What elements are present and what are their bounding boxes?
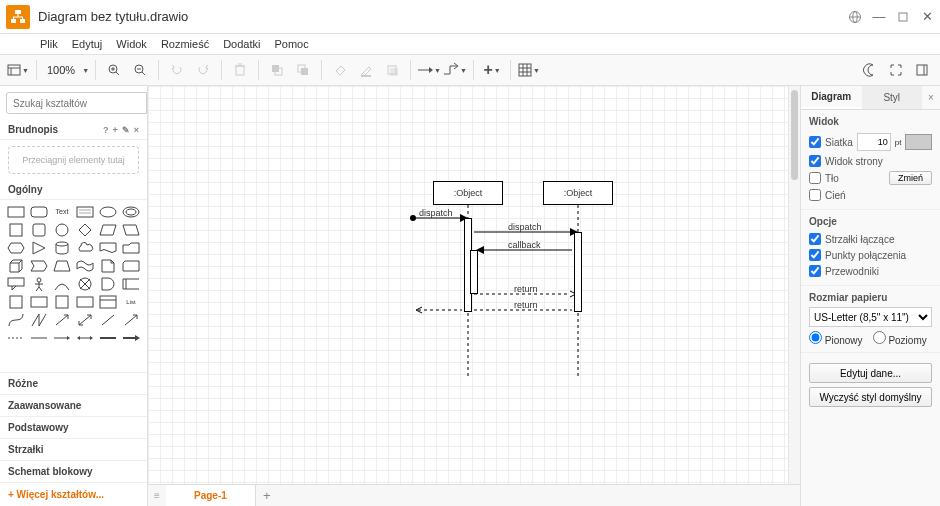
format-panel-toggle-icon[interactable] bbox=[910, 58, 934, 82]
search-shapes-input[interactable] bbox=[6, 92, 147, 114]
shape-textbox[interactable] bbox=[75, 204, 95, 219]
line-color-button[interactable] bbox=[354, 58, 378, 82]
shape-callout[interactable] bbox=[6, 276, 26, 291]
shape-line2[interactable] bbox=[121, 312, 141, 327]
grid-color-swatch[interactable] bbox=[905, 134, 932, 150]
shape-cylinder[interactable] bbox=[52, 240, 72, 255]
guides-checkbox[interactable] bbox=[809, 265, 821, 277]
category-misc[interactable]: Różne bbox=[0, 372, 147, 394]
shape-tape[interactable] bbox=[75, 258, 95, 273]
shape-rect5[interactable] bbox=[52, 294, 72, 309]
close-icon[interactable]: × bbox=[134, 125, 139, 135]
shape-step[interactable] bbox=[29, 258, 49, 273]
message-label[interactable]: return bbox=[514, 284, 538, 294]
minimize-button[interactable]: — bbox=[872, 10, 886, 24]
connection-style-button[interactable]: ▼ bbox=[417, 58, 441, 82]
category-flowchart[interactable]: Schemat blokowy bbox=[0, 460, 147, 482]
theme-toggle-icon[interactable] bbox=[858, 58, 882, 82]
shape-arrow-bi[interactable] bbox=[75, 312, 95, 327]
fill-color-button[interactable] bbox=[328, 58, 352, 82]
close-button[interactable]: ✕ bbox=[920, 10, 934, 24]
shape-trapezoid[interactable] bbox=[52, 258, 72, 273]
zoom-out-button[interactable] bbox=[128, 58, 152, 82]
background-checkbox[interactable] bbox=[809, 172, 821, 184]
shape-dash[interactable] bbox=[6, 330, 26, 345]
shape-text[interactable]: Text bbox=[52, 204, 72, 219]
zoom-in-button[interactable] bbox=[102, 58, 126, 82]
connect-arrows-checkbox[interactable] bbox=[809, 233, 821, 245]
shape-zigzag[interactable] bbox=[29, 312, 49, 327]
shape-line4[interactable] bbox=[52, 330, 72, 345]
shape-line3[interactable] bbox=[29, 330, 49, 345]
shape-or[interactable] bbox=[75, 276, 95, 291]
shape-ellipse2[interactable] bbox=[121, 204, 141, 219]
shape-list[interactable] bbox=[98, 294, 118, 309]
message-label[interactable]: callback bbox=[508, 240, 541, 250]
tab-diagram[interactable]: Diagram bbox=[801, 86, 862, 109]
orientation-landscape[interactable]: Poziomy bbox=[873, 331, 927, 346]
category-arrows[interactable]: Strzałki bbox=[0, 438, 147, 460]
shape-curve[interactable] bbox=[52, 276, 72, 291]
shadow-button[interactable] bbox=[380, 58, 404, 82]
general-section[interactable]: Ogólny bbox=[0, 180, 147, 200]
waypoint-style-button[interactable]: ▼ bbox=[443, 58, 467, 82]
more-shapes-link[interactable]: + Więcej kształtów... bbox=[0, 482, 147, 506]
shape-rect[interactable] bbox=[6, 204, 26, 219]
shape-datastore[interactable] bbox=[121, 276, 141, 291]
message-label[interactable]: return bbox=[514, 300, 538, 310]
shape-rect6[interactable] bbox=[75, 294, 95, 309]
shape-arrow-ne[interactable] bbox=[52, 312, 72, 327]
page-tab-1[interactable]: Page-1 bbox=[166, 485, 256, 506]
message-label[interactable]: dispatch bbox=[419, 208, 453, 218]
pages-menu-icon[interactable]: ≡ bbox=[148, 490, 166, 501]
grid-checkbox[interactable] bbox=[809, 136, 821, 148]
scratchpad-section[interactable]: Brudnopis ?+✎× bbox=[0, 120, 147, 140]
shape-rounded[interactable] bbox=[29, 204, 49, 219]
maximize-button[interactable] bbox=[896, 10, 910, 24]
vertical-scrollbar[interactable] bbox=[788, 86, 800, 484]
delete-button[interactable] bbox=[228, 58, 252, 82]
pageview-checkbox[interactable] bbox=[809, 155, 821, 167]
shape-cube[interactable] bbox=[6, 258, 26, 273]
view-menu-button[interactable]: ▼ bbox=[6, 58, 30, 82]
drawing-canvas[interactable]: :Object :Object bbox=[148, 86, 788, 484]
scratchpad-dropzone[interactable]: Przeciągnij elementy tutaj bbox=[8, 146, 139, 174]
shape-actor[interactable] bbox=[29, 276, 49, 291]
zoom-level[interactable]: 100% bbox=[43, 64, 79, 76]
shape-curly[interactable] bbox=[6, 312, 26, 327]
fullscreen-icon[interactable] bbox=[884, 58, 908, 82]
reset-style-button[interactable]: Wyczyść styl domyślny bbox=[809, 387, 932, 407]
shape-and[interactable] bbox=[98, 276, 118, 291]
shape-rect4[interactable] bbox=[29, 294, 49, 309]
tab-style[interactable]: Styl bbox=[862, 86, 923, 109]
shape-triangle[interactable] bbox=[29, 240, 49, 255]
to-front-button[interactable] bbox=[265, 58, 289, 82]
paper-size-select[interactable]: US-Letter (8,5" x 11") bbox=[809, 307, 932, 327]
help-icon[interactable]: ? bbox=[103, 125, 109, 135]
language-icon[interactable] bbox=[848, 10, 862, 24]
shape-parallelogram[interactable] bbox=[98, 222, 118, 237]
shape-line1[interactable] bbox=[98, 312, 118, 327]
menu-arrange[interactable]: Rozmieść bbox=[161, 38, 209, 50]
menu-help[interactable]: Pomoc bbox=[274, 38, 308, 50]
category-advanced[interactable]: Zaawansowane bbox=[0, 394, 147, 416]
shape-list2[interactable]: List bbox=[121, 294, 141, 309]
shape-note[interactable] bbox=[98, 258, 118, 273]
shape-line7[interactable] bbox=[121, 330, 141, 345]
shape-line5[interactable] bbox=[75, 330, 95, 345]
shape-circle[interactable] bbox=[52, 222, 72, 237]
close-format-panel-icon[interactable]: × bbox=[922, 86, 940, 109]
add-page-button[interactable]: + bbox=[256, 488, 278, 503]
menu-view[interactable]: Widok bbox=[116, 38, 147, 50]
grid-size-input[interactable] bbox=[857, 133, 891, 151]
shape-hexagon[interactable] bbox=[6, 240, 26, 255]
edit-icon[interactable]: ✎ bbox=[122, 125, 130, 135]
undo-button[interactable] bbox=[165, 58, 189, 82]
shape-rect3[interactable] bbox=[6, 294, 26, 309]
category-basic[interactable]: Podstawowy bbox=[0, 416, 147, 438]
menu-edit[interactable]: Edytuj bbox=[72, 38, 103, 50]
shape-cloud[interactable] bbox=[75, 240, 95, 255]
connection-points-checkbox[interactable] bbox=[809, 249, 821, 261]
edit-data-button[interactable]: Edytuj dane... bbox=[809, 363, 932, 383]
shape-parallelogram2[interactable] bbox=[121, 222, 141, 237]
